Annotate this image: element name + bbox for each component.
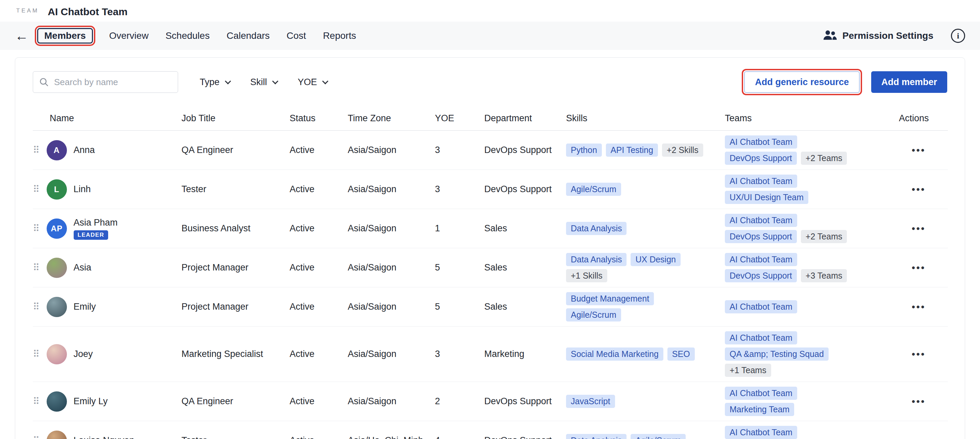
tag-line: DevOps Support+3 Teams xyxy=(725,269,896,282)
tag-line: Data Analysis xyxy=(566,222,721,235)
row-actions-button[interactable]: ••• xyxy=(907,433,930,439)
department: Sales xyxy=(484,209,566,248)
tag-line: AI Chatbot Team xyxy=(725,387,896,400)
tab-members[interactable]: Members xyxy=(37,28,93,44)
job-title: Tester xyxy=(181,170,290,209)
drag-handle-icon[interactable]: ⠿ xyxy=(33,349,40,360)
add-generic-resource-button[interactable]: Add generic resource xyxy=(744,71,860,93)
drag-handle-icon[interactable]: ⠿ xyxy=(33,262,40,273)
search-input[interactable] xyxy=(33,71,178,93)
status: Active xyxy=(290,170,348,209)
filter-type[interactable]: Type xyxy=(200,77,230,87)
teams: AI Chatbot TeamUX/UI Design Team xyxy=(725,174,896,204)
job-title: Marketing Specialist xyxy=(181,326,290,382)
chevron-down-icon xyxy=(225,78,231,84)
table-header-row: NameJob TitleStatusTime ZoneYOEDepartmen… xyxy=(33,108,948,131)
job-title: Project Manager xyxy=(181,287,290,326)
column-header-job-title: Job Title xyxy=(181,108,290,131)
department: DevOps Support xyxy=(484,170,566,209)
drag-handle-icon[interactable]: ⠿ xyxy=(33,144,40,156)
tag: Agile/Scrum xyxy=(631,434,686,439)
table-row: ⠿ A Anna QA Engineer Active Asia/Saigon … xyxy=(33,131,948,170)
drag-handle-icon[interactable]: ⠿ xyxy=(33,223,40,234)
filter-yoe[interactable]: YOE xyxy=(298,77,328,87)
tag: AI Chatbot Team xyxy=(725,300,797,313)
row-actions-button[interactable]: ••• xyxy=(907,300,930,314)
skills: Data Analysis xyxy=(566,222,721,235)
members-table: NameJob TitleStatusTime ZoneYOEDepartmen… xyxy=(33,108,948,439)
tag-line: AI Chatbot Team xyxy=(725,300,896,313)
tag: QA &amp; Testing Squad xyxy=(725,347,829,361)
avatar xyxy=(47,391,67,412)
member-name: Asia Pham xyxy=(74,217,118,228)
job-title: Business Analyst xyxy=(181,209,290,248)
job-title: Tester xyxy=(181,421,290,439)
yoe: 3 xyxy=(435,131,484,170)
tag-line: +1 Teams xyxy=(725,364,896,377)
tag: DevOps Support xyxy=(725,269,797,282)
column-header-actions: Actions xyxy=(899,108,948,131)
column-header-status: Status xyxy=(290,108,348,131)
drag-handle-icon[interactable]: ⠿ xyxy=(33,301,40,312)
row-actions-button[interactable]: ••• xyxy=(907,143,930,158)
drag-handle-icon[interactable]: ⠿ xyxy=(33,184,40,195)
yoe: 3 xyxy=(435,170,484,209)
filter-label: Type xyxy=(200,77,220,87)
tag: DevOps Support xyxy=(725,152,797,165)
column-header-teams: Teams xyxy=(725,108,899,131)
member-name: Louisa Nguyen xyxy=(74,435,135,439)
yoe: 4 xyxy=(435,421,484,439)
department: Sales xyxy=(484,287,566,326)
skills: Agile/Scrum xyxy=(566,183,721,196)
tag-line: Agile/Scrum xyxy=(566,308,721,322)
tab-overview[interactable]: Overview xyxy=(108,29,150,43)
tag: Data Analysis xyxy=(566,222,627,235)
status: Active xyxy=(290,382,348,421)
back-button[interactable]: ← xyxy=(15,29,29,43)
more-count-tag: +2 Teams xyxy=(801,152,847,165)
avatar xyxy=(47,344,67,365)
job-title: QA Engineer xyxy=(181,382,290,421)
tag-line: Agile/Scrum xyxy=(566,183,721,196)
member-name: Anna xyxy=(74,145,95,155)
tag: AI Chatbot Team xyxy=(725,426,797,439)
permission-settings-button[interactable]: Permission Settings xyxy=(822,29,933,42)
row-actions-button[interactable]: ••• xyxy=(907,260,930,275)
avatar xyxy=(47,258,67,278)
more-count-tag: +1 Skills xyxy=(566,269,607,282)
table-row: ⠿ AP Asia Pham LEADER Business Analyst A… xyxy=(33,209,948,248)
filter-skill[interactable]: Skill xyxy=(250,77,278,87)
time-zone: Asia/Saigon xyxy=(348,170,435,209)
time-zone: Asia/Saigon xyxy=(348,248,435,287)
row-actions-button[interactable]: ••• xyxy=(907,221,930,236)
row-actions-button[interactable]: ••• xyxy=(907,347,930,362)
row-actions-button[interactable]: ••• xyxy=(907,394,930,409)
tab-reports[interactable]: Reports xyxy=(322,29,357,43)
tag-line: JavaScript xyxy=(566,395,721,408)
tag-line: +1 Skills xyxy=(566,269,721,282)
drag-handle-icon[interactable]: ⠿ xyxy=(33,396,40,407)
column-header-department: Department xyxy=(484,108,566,131)
teams: AI Chatbot TeamQA &amp; Testing Squad xyxy=(725,426,896,439)
avatar: AP xyxy=(47,219,67,239)
tag: SEO xyxy=(667,347,695,361)
table-row: ⠿ Asia Project Manager Active Asia/Saigo… xyxy=(33,248,948,287)
member-name: Emily Ly xyxy=(74,396,108,407)
tag-line: AI Chatbot Team xyxy=(725,253,896,266)
column-header-time-zone: Time Zone xyxy=(348,108,435,131)
member-name: Emily xyxy=(74,301,96,312)
column-header-name: Name xyxy=(33,108,181,131)
info-icon[interactable]: i xyxy=(951,29,965,43)
drag-handle-icon[interactable]: ⠿ xyxy=(33,435,40,439)
tab-schedules[interactable]: Schedules xyxy=(165,29,210,43)
tag-line: AI Chatbot Team xyxy=(725,174,896,188)
tab-calendars[interactable]: Calendars xyxy=(226,29,270,43)
row-actions-button[interactable]: ••• xyxy=(907,182,930,197)
tab-cost[interactable]: Cost xyxy=(286,29,307,43)
add-member-button[interactable]: Add member xyxy=(871,71,947,93)
teams: AI Chatbot TeamQA &amp; Testing Squad+1 … xyxy=(725,331,896,377)
department: Marketing xyxy=(484,326,566,382)
member-name: Linh xyxy=(74,184,91,195)
tag: AI Chatbot Team xyxy=(725,331,797,344)
table-row: ⠿ Joey Marketing Specialist Active Asia/… xyxy=(33,326,948,382)
